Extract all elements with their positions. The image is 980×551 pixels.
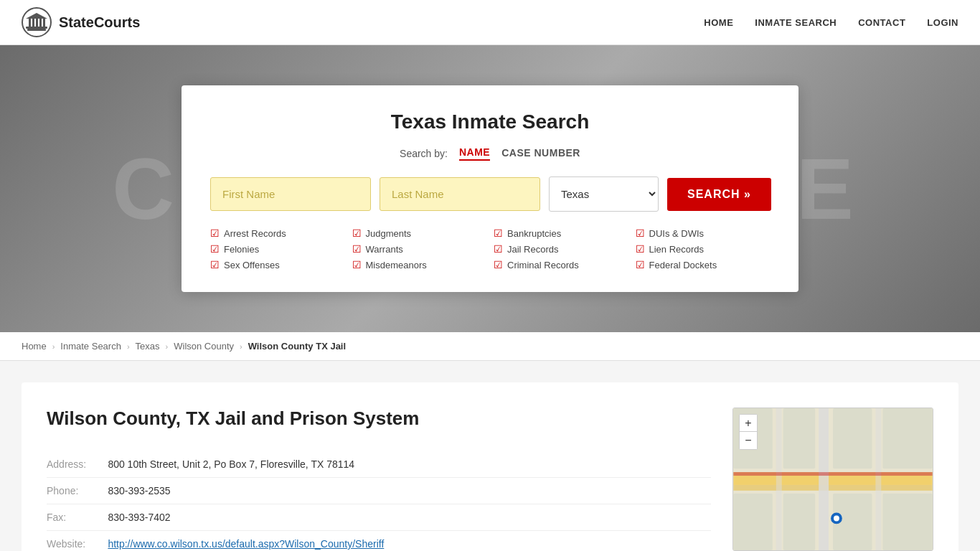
svg-rect-18 [882,408,932,468]
logo-text: StateCourts [59,14,140,31]
breadcrumb: Home›Inmate Search›Texas›Wilson County›W… [0,332,980,361]
breadcrumb-arrow: › [127,342,130,351]
checklist-item: ☑Felonies [210,243,345,255]
svg-rect-5 [36,19,38,27]
checklist-item: ☑Federal Dockets [636,259,771,270]
content-title: Wilson County, TX Jail and Prison System [47,408,711,430]
site-header: StateCourts HOME INMATE SEARCH CONTACT L… [0,0,980,45]
search-inputs-row: AlabamaAlaskaArizonaArkansasCaliforniaCo… [210,176,770,212]
svg-rect-20 [783,494,816,550]
fax-label: Fax: [47,504,108,531]
svg-rect-17 [833,408,872,468]
svg-rect-19 [733,494,772,550]
svg-rect-13 [776,408,782,550]
map-area: + − [732,408,933,551]
map-controls: + − [739,414,758,450]
map-illustration [733,408,933,550]
checklist-item: ☑Judgments [352,227,487,239]
checklist-item: ☑Jail Records [494,243,628,255]
info-row-website: Website: http://www.co.wilson.tx.us/defa… [47,531,711,552]
tab-case-number[interactable]: CASE NUMBER [501,147,580,160]
check-icon: ☑ [210,227,220,239]
breadcrumb-arrow: › [240,342,242,351]
nav-inmate-search[interactable]: INMATE SEARCH [755,17,837,28]
checklist-item: ☑Misdemeanors [352,259,487,270]
state-select[interactable]: AlabamaAlaskaArizonaArkansasCaliforniaCo… [549,176,659,212]
breadcrumb-link[interactable]: Wilson County [174,341,234,352]
phone-value: 830-393-2535 [108,478,711,504]
tab-name[interactable]: NAME [459,146,490,161]
content-card: Wilson County, TX Jail and Prison System… [22,382,958,551]
svg-rect-22 [882,494,932,550]
svg-rect-2 [26,27,47,29]
svg-rect-7 [43,19,45,27]
nav-links: HOME INMATE SEARCH CONTACT LOGIN [704,17,958,28]
first-name-input[interactable] [210,177,371,211]
checklist-item: ☑Arrest Records [210,227,345,239]
check-icon: ☑ [494,259,503,270]
svg-rect-4 [32,19,34,27]
breadcrumb-current: Wilson County TX Jail [248,341,346,352]
address-label: Address: [47,451,108,478]
svg-rect-23 [733,472,932,476]
map-zoom-in[interactable]: + [740,415,757,432]
checklist-item: ☑Lien Records [636,243,771,255]
checklist-item: ☑Bankruptcies [494,227,628,239]
check-icon: ☑ [636,243,645,255]
checklist-item: ☑Criminal Records [494,259,628,270]
svg-point-25 [834,515,839,521]
content-section: Wilson County, TX Jail and Prison System… [0,361,980,551]
svg-rect-6 [39,19,42,27]
checklist-item: ☑Sex Offenses [210,259,345,270]
logo-icon [22,7,52,37]
check-icon: ☑ [494,243,503,255]
nav-login[interactable]: LOGIN [927,17,958,28]
svg-rect-11 [733,485,932,491]
fax-value: 830-393-7402 [108,504,711,531]
search-by-row: Search by: NAME CASE NUMBER [210,146,770,161]
nav-home[interactable]: HOME [704,17,733,28]
breadcrumb-arrow: › [52,342,55,351]
check-icon: ☑ [210,243,220,255]
info-row-phone: Phone: 830-393-2535 [47,478,711,504]
check-icon: ☑ [210,259,220,270]
breadcrumb-link[interactable]: Texas [136,341,160,352]
checklist-item: ☑DUIs & DWIs [636,227,771,239]
last-name-input[interactable] [380,177,540,211]
check-icon: ☑ [352,243,362,255]
breadcrumb-link[interactable]: Inmate Search [60,341,121,352]
breadcrumb-arrow: › [166,342,169,351]
svg-rect-14 [875,408,881,550]
website-value: http://www.co.wilson.tx.us/default.aspx?… [108,531,711,552]
info-row-address: Address: 800 10th Street, Unit 2, Po Box… [47,451,711,478]
search-button[interactable]: SEARCH » [667,178,771,211]
nav-contact[interactable]: CONTACT [858,17,905,28]
svg-rect-16 [783,408,816,468]
info-table: Address: 800 10th Street, Unit 2, Po Box… [47,451,711,551]
search-by-label: Search by: [400,148,448,159]
phone-label: Phone: [47,478,108,504]
checklist-item: ☑Warrants [352,243,487,255]
svg-rect-3 [29,19,31,27]
website-link[interactable]: http://www.co.wilson.tx.us/default.aspx?… [108,538,384,550]
content-left: Wilson County, TX Jail and Prison System… [47,408,711,551]
search-card: Texas Inmate Search Search by: NAME CASE… [182,85,798,292]
website-label: Website: [47,531,108,552]
checklist-grid: ☑Arrest Records☑Judgments☑Bankruptcies☑D… [210,227,770,270]
logo-area: StateCourts [22,7,140,37]
address-value: 800 10th Street, Unit 2, Po Box 7, Flore… [108,451,711,478]
svg-marker-8 [26,13,47,19]
hero-area: COURTHOUSE Texas Inmate Search Search by… [0,45,980,332]
check-icon: ☑ [352,227,362,239]
svg-rect-12 [819,408,829,550]
check-icon: ☑ [352,259,362,270]
content-right: + − [732,408,933,551]
info-row-fax: Fax: 830-393-7402 [47,504,711,531]
map-zoom-out[interactable]: − [740,432,757,449]
check-icon: ☑ [636,227,645,239]
check-icon: ☑ [494,227,503,239]
svg-rect-1 [27,29,46,31]
search-card-title: Texas Inmate Search [210,110,770,133]
check-icon: ☑ [636,259,645,270]
breadcrumb-link[interactable]: Home [22,341,47,352]
